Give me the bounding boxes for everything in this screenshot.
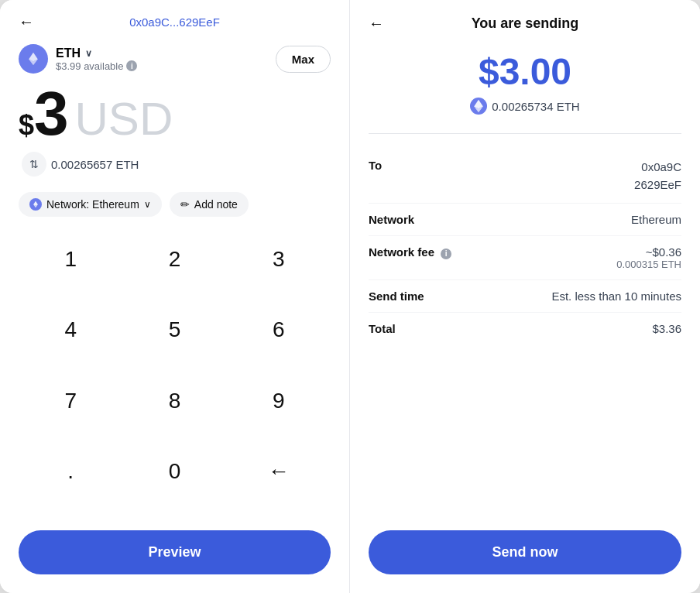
key-7[interactable]: 7 [19,377,122,425]
preview-button[interactable]: Preview [19,530,331,574]
to-row: To 0x0a9C 2629EeF [369,149,681,204]
eth-icon [19,44,48,74]
add-note-label: Add note [194,198,238,211]
to-address: 0x0a9C 2629EeF [634,159,681,194]
send-time-row: Send time Est. less than 10 minutes [369,280,681,313]
confirm-screen: ← You are sending $3.00 0.00265734 ETH T… [350,0,700,593]
token-selector[interactable]: ETH ∨ $3.99 available i [19,44,137,74]
left-header: ← 0x0a9C...629EeF [19,15,331,29]
key-9[interactable]: 9 [227,377,331,425]
screen-title: You are sending [472,15,579,32]
detail-section: To 0x0a9C 2629EeF Network Ethereum Netwo… [369,149,681,530]
token-available: $3.99 available i [56,60,137,72]
right-header: ← You are sending [369,15,681,32]
fee-label: Network fee i [369,245,451,259]
max-button[interactable]: Max [276,46,331,73]
network-selector[interactable]: Network: Ethereum ∨ [19,192,162,217]
network-icon [29,198,42,211]
network-row-value: Ethereum [631,213,681,226]
key-8[interactable]: 8 [122,377,226,425]
eth-equivalent-text: 0.00265657 ETH [51,158,139,171]
key-0[interactable]: 0 [122,447,226,495]
key-6[interactable]: 6 [227,306,331,354]
token-chevron: ∨ [85,48,92,59]
key-5[interactable]: 5 [122,306,226,354]
swap-currency-button[interactable]: ⇅ [22,152,46,177]
send-amount-eth-text: 0.00265734 ETH [492,100,579,113]
amount-number: 3 [34,83,69,145]
send-screen: ← 0x0a9C...629EeF ETH ∨ $3. [0,0,350,593]
numpad: 1 2 3 4 5 6 7 8 9 . 0 ← [19,235,331,518]
network-chevron-icon: ∨ [144,199,151,210]
send-amount-usd: $3.00 [369,50,681,93]
key-2[interactable]: 2 [122,235,226,283]
fee-eth-value: 0.000315 ETH [616,259,681,270]
eth-small-icon [470,98,487,115]
network-row-label: Network [369,213,414,226]
key-backspace[interactable]: ← [227,447,331,495]
amount-currency: USD [75,92,173,146]
key-4[interactable]: 4 [19,306,122,354]
info-icon[interactable]: i [126,60,137,71]
send-time-label: Send time [369,290,424,303]
send-now-button[interactable]: Send now [369,530,681,574]
network-row: Network Ethereum [369,204,681,236]
token-row: ETH ∨ $3.99 available i Max [19,44,331,74]
to-label: To [369,159,382,172]
total-value: $3.36 [652,322,681,335]
wallet-address: 0x0a9C...629EeF [129,15,220,29]
pencil-icon: ✏ [180,198,190,211]
send-amount-eth-row: 0.00265734 ETH [369,98,681,115]
right-back-button[interactable]: ← [369,15,384,33]
amount-display: $ 3 USD [19,83,331,146]
add-note-button[interactable]: ✏ Add note [170,192,249,217]
eth-equivalent-row: ⇅ 0.00265657 ETH [22,152,331,177]
total-label: Total [369,322,396,335]
token-name: ETH ∨ [56,46,137,60]
back-button[interactable]: ← [19,13,34,31]
token-details: ETH ∨ $3.99 available i [56,46,137,72]
send-time-value: Est. less than 10 minutes [551,290,681,303]
fee-info-icon[interactable]: i [441,249,451,259]
key-1[interactable]: 1 [19,235,122,283]
network-label: Network: Ethereum [46,198,139,211]
options-row: Network: Ethereum ∨ ✏ Add note [19,192,331,217]
total-row: Total $3.36 [369,313,681,344]
key-3[interactable]: 3 [227,235,331,283]
divider [369,133,681,134]
fee-usd-value: ~$0.36 [616,245,681,259]
fee-row: Network fee i ~$0.36 0.000315 ETH [369,236,681,280]
dollar-sign: $ [19,109,34,142]
key-dot[interactable]: . [19,447,122,495]
fee-value-group: ~$0.36 0.000315 ETH [616,245,681,270]
